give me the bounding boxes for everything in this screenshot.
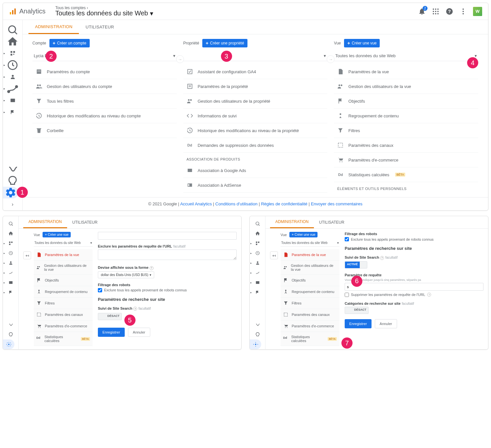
footer-link-privacy[interactable]: Règles de confidentialité [261,201,307,206]
home-nav-icon[interactable] [250,229,265,238]
calculated-metrics-item[interactable]: DdStatistiques calculéesBÊTA [281,332,339,346]
home-nav-icon[interactable] [3,229,18,238]
filters-item[interactable]: Filtres [34,298,93,309]
home-nav-icon[interactable] [3,36,22,47]
apps-icon[interactable] [432,8,440,15]
view-settings-item[interactable]: Paramètres de la vue [34,249,93,261]
conversions-nav-icon[interactable]: ▸ [3,106,22,118]
property-settings-item[interactable]: Paramètres de la propriété [183,79,328,94]
create-account-button[interactable]: +Créer un compte [49,39,90,47]
customization-nav-icon[interactable]: ▸ [3,238,18,248]
filters-item[interactable]: Filtres [334,123,478,138]
save-button[interactable]: Enregistrer [98,328,125,337]
cancel-button[interactable]: Annuler [128,328,150,337]
view-settings-item[interactable]: Paramètres de la vue [281,249,339,261]
create-view-button[interactable]: +Créer une vue [43,232,71,237]
channel-settings-item[interactable]: Paramètres des canaux [281,309,339,320]
search-nav-icon[interactable] [3,24,22,36]
bot-filter-checkbox[interactable]: Exclure tous les appels provenant de rob… [345,237,483,241]
audience-nav-icon[interactable]: ▸ [3,71,22,83]
realtime-nav-icon[interactable]: ▸ [250,248,265,258]
conversions-nav-icon[interactable]: ▸ [3,287,18,297]
goals-item[interactable]: Objectifs [281,275,339,286]
customization-nav-icon[interactable]: ▸ [3,47,22,59]
behavior-nav-icon[interactable]: ▸ [250,278,265,287]
ecommerce-settings-item[interactable]: Paramètres d'e-commerce [34,320,93,332]
footer-link-home[interactable]: Accueil Analytics [180,201,212,206]
strip-params-checkbox[interactable]: Supprimer les paramètres de requête de l… [345,293,483,297]
attribution-nav-icon[interactable] [250,320,265,330]
create-view-button[interactable]: +Créer une vue [289,232,318,237]
admin-nav-icon[interactable] [3,339,14,349]
help-icon[interactable]: ? [133,307,137,311]
view-users-item[interactable]: Gestion des utilisateurs de la vue [334,79,478,94]
acquisition-nav-icon[interactable]: ▸ [250,268,265,278]
view-selector-dropdown[interactable]: Toutes les données du site Web▾ [34,239,93,247]
customization-nav-icon[interactable]: ▸ [250,238,265,248]
attribution-nav-icon[interactable] [3,163,22,175]
audience-nav-icon[interactable]: ▸ [3,258,18,268]
trash-item[interactable]: Corbeille [32,123,177,138]
back-button[interactable]: ↤ [270,251,278,259]
footer-link-terms[interactable]: Conditions d'utilisation [215,201,258,206]
audience-nav-icon[interactable]: ▸ [250,258,265,268]
adsense-link-item[interactable]: Association à AdSense [183,178,328,193]
filters-item[interactable]: Filtres [281,298,339,309]
view-users-item[interactable]: Gestion des utilisateurs de la vue [34,261,93,275]
ecommerce-settings-item[interactable]: Paramètres d'e-commerce [334,153,478,167]
view-settings-item[interactable]: Paramètres de la vue [334,64,478,79]
realtime-nav-icon[interactable]: ▸ [3,59,22,71]
realtime-nav-icon[interactable]: ▸ [3,248,18,258]
tab-user[interactable]: UTILISATEUR [314,216,350,228]
property-users-item[interactable]: Gestion des utilisateurs de la propriété [183,94,328,109]
footer-link-feedback[interactable]: Envoyer des commentaires [311,201,363,206]
bot-filter-checkbox[interactable]: Exclure tous les appels provenant de rob… [98,288,237,292]
all-filters-item[interactable]: Tous les filtres [32,94,177,109]
site-search-toggle-on[interactable]: ACTIVÉ [345,261,367,268]
avatar[interactable]: W [473,7,482,16]
exclude-params-textarea[interactable] [98,250,237,260]
tab-administration[interactable]: ADMINISTRATION [23,216,67,228]
discover-nav-icon[interactable] [3,175,22,187]
view-selector[interactable]: Toutes les données du site Web ▾ [55,9,418,17]
create-property-button[interactable]: +Créer une propriété [202,39,247,47]
admin-nav-icon[interactable] [250,339,261,349]
goals-item[interactable]: Objectifs [334,94,478,109]
view-selector-dropdown[interactable]: Toutes les données du site Web▾ [281,239,339,247]
tab-administration[interactable]: ADMINISTRATION [270,216,314,228]
create-view-button[interactable]: +Créer une vue [344,39,380,47]
tracking-info-item[interactable]: Informations de suivi [183,109,328,123]
content-grouping-item[interactable]: Regroupement de contenu [34,286,93,298]
help-icon[interactable]: ? [380,256,384,260]
conversions-nav-icon[interactable]: ▸ [250,287,265,297]
goals-item[interactable]: Objectifs [34,275,93,286]
account-settings-item[interactable]: Paramètres du compte [32,64,177,79]
view-selector-dropdown[interactable]: Toutes les données du site Web▾ [334,51,478,61]
content-grouping-item[interactable]: Regroupement de contenu [281,286,339,298]
site-search-toggle-off[interactable]: DÉSACT [98,313,122,320]
tab-administration[interactable]: ADMINISTRATION [28,20,79,34]
channel-settings-item[interactable]: Paramètres des canaux [334,138,478,153]
acquisition-nav-icon[interactable]: ▸ [3,83,22,95]
help-icon[interactable]: ? [427,293,431,297]
more-icon[interactable] [459,8,467,15]
collapse-nav-icon[interactable]: › [3,198,22,210]
calculated-metrics-item[interactable]: DdStatistiques calculéesBÊTA [334,167,478,182]
category-toggle-off[interactable]: DÉSACT [345,307,369,314]
account-users-item[interactable]: Gestion des utilisateurs du compte [32,79,177,94]
discover-nav-icon[interactable] [3,330,18,339]
attribution-nav-icon[interactable] [3,320,18,330]
currency-select[interactable]: dollar des États-Unis (USD $US) ▾ [98,271,154,278]
notifications-icon[interactable]: 2 [418,8,426,15]
account-history-item[interactable]: Historique des modifications au niveau d… [32,109,177,123]
url-input[interactable] [98,232,237,240]
ecommerce-settings-item[interactable]: Paramètres d'e-commerce [281,320,339,332]
channel-settings-item[interactable]: Paramètres des canaux [34,309,93,320]
google-ads-link-item[interactable]: Association à Google Ads [183,163,328,178]
save-button[interactable]: Enregistrer [345,319,372,328]
behavior-nav-icon[interactable]: ▸ [3,278,18,287]
view-users-item[interactable]: Gestion des utilisateurs de la vue [281,261,339,275]
admin-nav-icon[interactable] [3,187,18,198]
behavior-nav-icon[interactable]: ▸ [3,95,22,106]
help-icon[interactable]: ? [446,8,453,15]
